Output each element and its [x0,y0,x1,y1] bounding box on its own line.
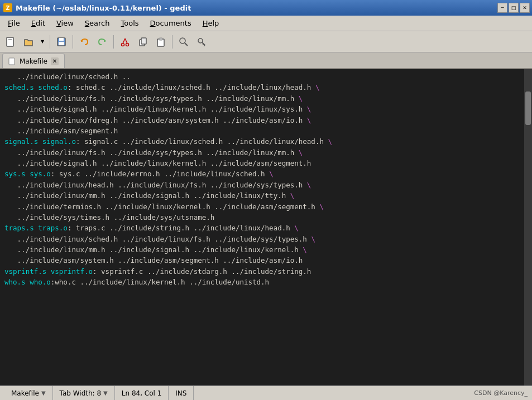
mode-label: INS [175,389,186,397]
copy-button[interactable] [135,33,151,50]
replace-button[interactable] [193,33,210,50]
sep1 [50,35,50,49]
svg-line-16 [185,43,188,46]
svg-rect-3 [59,38,64,41]
scrollbar-vertical[interactable] [524,69,532,385]
svg-rect-19 [9,58,15,65]
svg-point-8 [126,43,129,46]
tabs-bar: Makefile ✕ [0,52,532,69]
maximize-button[interactable]: □ [509,3,519,13]
scrollbar-thumb[interactable] [525,91,531,125]
find-button[interactable] [175,33,192,50]
tab-makefile[interactable]: Makefile ✕ [2,54,65,68]
tabwidth-arrow: ▼ [103,390,108,396]
position-label: Ln 84, Col 1 [122,389,162,397]
watermark: CSDN @Karency_ [474,389,528,397]
svg-rect-0 [7,37,13,46]
svg-rect-4 [59,42,64,45]
menu-tools[interactable]: Tools [116,17,145,30]
svg-line-10 [125,38,127,44]
sep4 [172,35,172,49]
svg-point-7 [122,43,124,46]
file-icon [8,57,16,65]
tabwidth-label: Tab Width: 8 [60,389,101,397]
new-button[interactable] [2,33,19,50]
cut-button[interactable] [117,33,133,50]
open-dropdown[interactable]: ▼ [38,33,47,50]
menu-bar: File Edit View Search Tools Documents He… [0,16,532,31]
menu-search[interactable]: Search [79,17,116,30]
paste-button[interactable] [152,33,169,50]
close-button[interactable]: ✕ [520,3,530,13]
save-button[interactable] [53,33,70,50]
tab-label: Makefile [20,57,47,65]
undo-button[interactable] [76,33,93,50]
editor-content[interactable]: ../include/linux/sched.h .. sched.s sche… [0,69,524,385]
sep2 [73,35,73,49]
sep3 [113,35,114,49]
filetype-arrow: ▼ [41,390,46,396]
menu-view[interactable]: View [51,17,79,30]
svg-rect-14 [159,38,162,40]
status-mode: INS [169,386,194,400]
window-controls: ─ □ ✕ [497,3,532,13]
app-icon: Z [3,3,12,12]
svg-line-9 [123,38,125,44]
menu-documents[interactable]: Documents [145,17,197,30]
menu-file[interactable]: File [2,17,26,30]
title-bar: Z Makefile (~/oslab/linux-0.11/kernel) -… [0,0,532,16]
svg-rect-12 [141,38,146,44]
minimize-button[interactable]: ─ [497,3,507,13]
filetype-label: Makefile [11,389,39,397]
editor-area[interactable]: ../include/linux/sched.h .. sched.s sche… [0,69,532,385]
toolbar: ▼ [0,31,532,52]
status-filetype[interactable]: Makefile ▼ [4,386,53,400]
menu-help[interactable]: Help [197,17,225,30]
svg-point-15 [180,38,185,44]
redo-button[interactable] [94,33,111,50]
open-button[interactable] [20,33,37,50]
status-position: Ln 84, Col 1 [115,386,169,400]
tab-close-button[interactable]: ✕ [51,57,59,65]
status-bar: Makefile ▼ Tab Width: 8 ▼ Ln 84, Col 1 I… [0,385,532,400]
status-tabwidth[interactable]: Tab Width: 8 ▼ [53,386,115,400]
menu-edit[interactable]: Edit [26,17,51,30]
window-title: Makefile (~/oslab/linux-0.11/kernel) - g… [16,4,191,12]
svg-point-17 [198,38,203,43]
